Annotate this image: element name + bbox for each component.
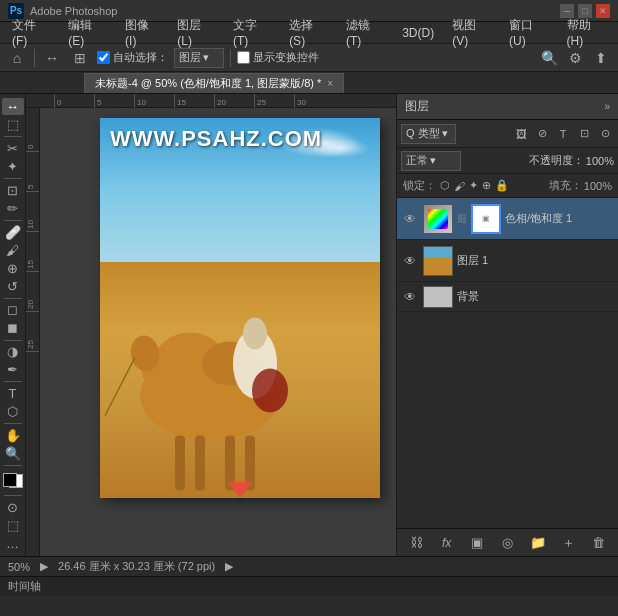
fill-row: 填充： 100% [549, 178, 612, 193]
menu-help[interactable]: 帮助(H) [559, 15, 615, 50]
foreground-color[interactable] [3, 473, 17, 487]
lock-all-icon[interactable]: 🔒 [495, 179, 509, 192]
settings-icon[interactable]: ⚙ [564, 47, 586, 69]
layer-visibility-bg[interactable]: 👁 [401, 288, 419, 306]
blend-mode-dropdown[interactable]: 正常 ▾ [401, 151, 461, 171]
new-layer-button[interactable]: ＋ [557, 532, 579, 554]
doc-tab-title: 未标题-4 @ 50% (色相/饱和度 1, 图层蒙版/8) * [95, 76, 321, 91]
arrange-icon[interactable]: ⊞ [69, 47, 91, 69]
canvas-area: 0 5 10 15 20 25 30 0 5 10 15 20 25 [26, 94, 396, 556]
lock-transparent-icon[interactable]: ⬡ [440, 179, 450, 192]
filter-shape-icon[interactable]: ⊡ [575, 125, 593, 143]
auto-select-label: 自动选择： [113, 50, 168, 65]
layer-item-huesat[interactable]: 👁 ⛓ ▣ 色相/饱和度 1 [397, 198, 618, 240]
add-mask-button[interactable]: ▣ [466, 532, 488, 554]
move-icon[interactable]: ↔ [41, 47, 63, 69]
layer-type-dropdown[interactable]: Q 类型 ▾ [401, 124, 456, 144]
export-icon[interactable]: ⬆ [590, 47, 612, 69]
menu-layer[interactable]: 图层(L) [169, 15, 223, 50]
auto-select-checkbox[interactable] [97, 51, 110, 64]
tool-hand[interactable]: ✋ [2, 427, 24, 444]
ruler-marks-horizontal: 0 5 10 15 20 25 30 [54, 94, 334, 108]
menu-filter[interactable]: 滤镜(T) [338, 15, 392, 50]
color-boxes[interactable] [3, 473, 23, 488]
tool-gradient[interactable]: ◼ [2, 319, 24, 336]
layer-dropdown[interactable]: 图层 ▾ [174, 48, 224, 68]
tool-magic-wand[interactable]: ✦ [2, 158, 24, 175]
tool-history[interactable]: ↺ [2, 278, 24, 295]
tool-text[interactable]: T [2, 385, 24, 402]
show-transform-checkbox[interactable] [237, 51, 250, 64]
new-group-button[interactable]: 📁 [527, 532, 549, 554]
lock-pixel-icon[interactable]: 🖌 [454, 180, 465, 192]
delete-layer-button[interactable]: 🗑 [588, 532, 610, 554]
menu-image[interactable]: 图像(I) [117, 15, 167, 50]
canvas-document: WWW.PSAHZ.COM [100, 118, 380, 498]
menu-3d[interactable]: 3D(D) [394, 24, 442, 42]
doc-tab-active[interactable]: 未标题-4 @ 50% (色相/饱和度 1, 图层蒙版/8) * × [84, 73, 344, 93]
tool-heal[interactable]: 🩹 [2, 224, 24, 241]
home-icon[interactable]: ⌂ [6, 47, 28, 69]
status-triangle[interactable]: ▶ [40, 560, 48, 573]
layer-name-bg: 背景 [457, 289, 614, 304]
tool-zoom[interactable]: 🔍 [2, 445, 24, 462]
red-arrow-indicator [228, 482, 252, 498]
divider-2 [230, 49, 231, 67]
menu-bar: 文件(F) 编辑(E) 图像(I) 图层(L) 文字(T) 选择(S) 滤镜(T… [0, 22, 618, 44]
fill-value: 100% [584, 180, 612, 192]
layer-thumb-img [423, 246, 453, 276]
layer-name-huesat: 色相/饱和度 1 [505, 211, 614, 226]
doc-tab-bar: 未标题-4 @ 50% (色相/饱和度 1, 图层蒙版/8) * × [0, 72, 618, 94]
ruler-mark-20: 20 [214, 94, 254, 108]
tool-more[interactable]: … [2, 535, 24, 552]
ruler-top: 0 5 10 15 20 25 30 [26, 94, 396, 108]
filter-smart-icon[interactable]: ⊙ [596, 125, 614, 143]
menu-window[interactable]: 窗口(U) [501, 15, 557, 50]
fx-button[interactable]: fx [436, 532, 458, 554]
menu-text[interactable]: 文字(T) [225, 15, 279, 50]
doc-tab-close[interactable]: × [327, 78, 333, 89]
tool-path[interactable]: ⬡ [2, 403, 24, 420]
filter-text-icon[interactable]: T [554, 125, 572, 143]
adjustment-button[interactable]: ◎ [496, 532, 518, 554]
link-layers-button[interactable]: ⛓ [405, 532, 427, 554]
layers-filter-bar: Q 类型 ▾ 🖼 ⊘ T ⊡ ⊙ [397, 120, 618, 148]
tool-screen-mode[interactable]: ⬚ [2, 517, 24, 534]
menu-edit[interactable]: 编辑(E) [60, 15, 115, 50]
timeline-bar: 时间轴 [0, 576, 618, 596]
tool-clone[interactable]: ⊕ [2, 260, 24, 277]
opacity-label: 不透明度： [529, 153, 584, 168]
menu-file[interactable]: 文件(F) [4, 15, 58, 50]
search-icon[interactable]: 🔍 [538, 47, 560, 69]
tool-eyedropper[interactable]: ✏ [2, 200, 24, 217]
tool-sep-3 [4, 220, 22, 221]
layers-panel-title: 图层 [405, 98, 429, 115]
tool-dodge[interactable]: ◑ [2, 343, 24, 360]
layer-visibility-img[interactable]: 👁 [401, 252, 419, 270]
tool-mask[interactable]: ⊙ [2, 499, 24, 516]
filter-pixel-icon[interactable]: 🖼 [512, 125, 530, 143]
layer-filter-icons: 🖼 ⊘ T ⊡ ⊙ [512, 125, 614, 143]
layers-panel-collapse[interactable]: » [604, 101, 610, 112]
menu-select[interactable]: 选择(S) [281, 15, 336, 50]
tool-move[interactable]: ↔ [2, 98, 24, 115]
tool-pen[interactable]: ✒ [2, 361, 24, 378]
layer-item-bg[interactable]: 👁 背景 [397, 282, 618, 312]
tool-selection[interactable]: ⬚ [2, 116, 24, 133]
status-arrow[interactable]: ▶ [225, 560, 233, 573]
svg-point-10 [243, 318, 267, 350]
tool-lasso[interactable]: ✂ [2, 140, 24, 157]
layer-visibility-huesat[interactable]: 👁 [401, 210, 419, 228]
layer-item-img[interactable]: 👁 图层 1 [397, 240, 618, 282]
layers-bottom-bar: ⛓ fx ▣ ◎ 📁 ＋ 🗑 [397, 528, 618, 556]
tool-brush[interactable]: 🖌 [2, 242, 24, 259]
menu-view[interactable]: 视图(V) [444, 15, 499, 50]
layers-blend-bar: 正常 ▾ 不透明度： 100% [397, 148, 618, 174]
filter-adjustment-icon[interactable]: ⊘ [533, 125, 551, 143]
tool-eraser[interactable]: ◻ [2, 301, 24, 318]
tool-crop[interactable]: ⊡ [2, 182, 24, 199]
lock-artboard-icon[interactable]: ⊕ [482, 179, 491, 192]
svg-point-12 [252, 369, 288, 413]
lock-position-icon[interactable]: ✦ [469, 179, 478, 192]
svg-rect-6 [195, 436, 205, 491]
